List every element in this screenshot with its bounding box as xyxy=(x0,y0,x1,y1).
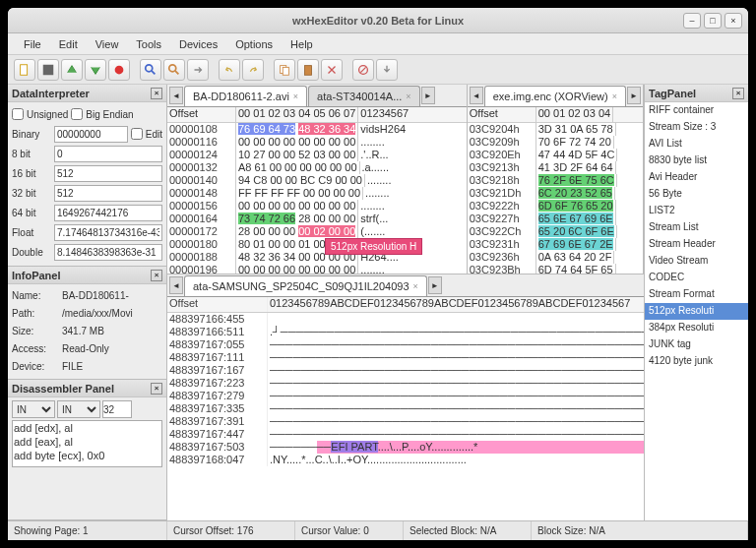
disasm-type-select[interactable]: IN xyxy=(12,400,55,418)
panel-title: DataInterpreter xyxy=(12,88,90,99)
tag-item[interactable]: Stream Header xyxy=(645,236,748,253)
panel-close-icon[interactable]: × xyxy=(151,270,162,281)
delete-icon[interactable] xyxy=(352,59,374,81)
tab-file-exe[interactable]: exe.img.enc (XORView)× xyxy=(484,86,626,106)
hex-pane-2: ◄ exe.img.enc (XORView)× ► Offset 00 01 … xyxy=(468,85,644,274)
tab-close-icon[interactable]: × xyxy=(406,91,410,101)
status-value: Cursor Value: 0 xyxy=(295,521,404,540)
tag-item[interactable]: Stream Size : 3 xyxy=(645,119,748,136)
tab-next-icon[interactable]: ► xyxy=(428,276,442,294)
cut-icon[interactable] xyxy=(321,59,343,81)
tab-file-samsung[interactable]: ata-SAMSUNG_SP2504C_S09QJ1IL204093× xyxy=(184,275,427,296)
tab-next-icon[interactable]: ► xyxy=(421,87,435,104)
edit-checkbox[interactable] xyxy=(131,128,143,140)
copy-icon[interactable] xyxy=(274,59,295,81)
new-file-icon[interactable] xyxy=(14,59,35,81)
status-blocksize: Block Size: N/A xyxy=(532,521,748,540)
menu-view[interactable]: View xyxy=(88,36,127,52)
disasm-bits-input[interactable] xyxy=(102,400,132,418)
tag-item[interactable]: JUNK tag xyxy=(645,336,748,353)
panel-close-icon[interactable]: × xyxy=(151,88,162,99)
16bit-input[interactable] xyxy=(54,165,162,182)
paste-icon[interactable] xyxy=(297,59,319,81)
disasm-list[interactable]: add [edx], al add [eax], al add byte [ec… xyxy=(12,420,162,467)
tab-close-icon[interactable]: × xyxy=(612,91,617,101)
status-block: Selected Block: N/A xyxy=(404,521,532,540)
insert-icon[interactable] xyxy=(376,59,398,81)
menu-devices[interactable]: Devices xyxy=(171,36,225,52)
status-cursor: Cursor Offset: 176 xyxy=(167,521,295,540)
titlebar[interactable]: wxHexEditor v0.20 Beta for Linux – □ × xyxy=(8,8,748,33)
redo-icon[interactable] xyxy=(242,59,264,81)
window-title: wxHexEditor v0.20 Beta for Linux xyxy=(292,15,464,27)
tag-item[interactable]: Stream List xyxy=(645,219,748,236)
menu-options[interactable]: Options xyxy=(227,36,281,52)
panel-close-icon[interactable]: × xyxy=(151,383,162,395)
binary-input[interactable] xyxy=(54,126,128,143)
tab-file-ata[interactable]: ata-ST340014A...× xyxy=(308,86,420,106)
panel-title: TagPanel xyxy=(649,88,696,99)
undo-icon[interactable] xyxy=(219,59,240,81)
replace-icon[interactable] xyxy=(163,59,185,81)
offset-header: Offset xyxy=(468,107,536,122)
maximize-button[interactable]: □ xyxy=(704,13,722,29)
tab-close-icon[interactable]: × xyxy=(413,281,418,291)
minimize-button[interactable]: – xyxy=(683,13,701,29)
tab-prev-icon[interactable]: ◄ xyxy=(470,87,483,104)
status-page: Showing Page: 1 xyxy=(8,521,167,540)
tag-item[interactable]: Avi Header xyxy=(645,169,748,186)
ascii-header: 0123456789ABCDEF0123456789ABCDEF01234567… xyxy=(268,297,632,312)
unsigned-checkbox[interactable] xyxy=(12,108,24,120)
offset-header: Offset xyxy=(167,297,268,312)
search-icon[interactable] xyxy=(140,59,161,81)
tag-item[interactable]: 8830 byte list xyxy=(645,152,748,169)
svg-line-4 xyxy=(152,70,156,74)
tag-item[interactable]: 512px Resoluti xyxy=(645,303,748,320)
menu-edit[interactable]: Edit xyxy=(51,36,86,52)
record-icon[interactable] xyxy=(108,59,130,81)
tag-item[interactable]: RIFF container xyxy=(645,102,748,119)
tag-item[interactable]: 56 Byte xyxy=(645,186,748,203)
bytes-header: 00 01 02 03 04 05 06 07 xyxy=(236,107,358,122)
save-icon[interactable] xyxy=(37,59,59,81)
statusbar: Showing Page: 1 Cursor Offset: 176 Curso… xyxy=(8,520,748,540)
save-as-icon[interactable] xyxy=(85,59,106,81)
close-button[interactable]: × xyxy=(724,13,742,29)
tag-item[interactable]: 384px Resoluti xyxy=(645,320,748,336)
tag-item[interactable]: AVI List xyxy=(645,136,748,152)
hex-grid[interactable]: 0000010876 69 64 73 48 32 36 34vidsH2640… xyxy=(167,123,467,274)
tab-next-icon[interactable]: ► xyxy=(627,87,641,104)
tab-file-avi[interactable]: BA-DD180611-2.avi× xyxy=(184,86,307,106)
bigendian-checkbox[interactable] xyxy=(71,108,83,120)
goto-icon[interactable] xyxy=(187,59,209,81)
tab-prev-icon[interactable]: ◄ xyxy=(169,87,183,104)
disasm-vendor-select[interactable]: IN xyxy=(57,400,100,418)
svg-point-3 xyxy=(146,64,153,71)
32bit-input[interactable] xyxy=(54,185,162,202)
tab-close-icon[interactable]: × xyxy=(293,91,298,101)
tag-item[interactable]: LIST2 xyxy=(645,203,748,219)
menu-tools[interactable]: Tools xyxy=(128,36,169,52)
64bit-input[interactable] xyxy=(54,205,162,221)
offset-header: Offset xyxy=(167,107,236,122)
double-input[interactable] xyxy=(54,244,162,261)
svg-rect-1 xyxy=(43,64,54,75)
tab-prev-icon[interactable]: ◄ xyxy=(169,276,183,294)
hex-grid[interactable]: 488397166:455488397166:511.┘────────────… xyxy=(167,313,644,520)
hex-pane-1: ◄ BA-DD180611-2.avi× ata-ST340014A...× ►… xyxy=(167,85,468,274)
tag-item[interactable]: 4120 byte junk xyxy=(645,353,748,370)
svg-line-11 xyxy=(360,67,365,72)
float-input[interactable] xyxy=(54,224,162,241)
disassembler-panel: Disassembler Panel× IN IN add [edx], al … xyxy=(8,380,166,520)
tag-item[interactable]: Video Stream xyxy=(645,253,748,270)
menu-help[interactable]: Help xyxy=(283,36,321,52)
panel-close-icon[interactable]: × xyxy=(732,88,744,99)
svg-rect-0 xyxy=(21,64,28,75)
tag-item[interactable]: Stream Format xyxy=(645,286,748,303)
open-icon[interactable] xyxy=(61,59,83,81)
menu-file[interactable]: File xyxy=(16,36,49,52)
tag-list[interactable]: RIFF containerStream Size : 3AVI List883… xyxy=(645,102,748,520)
tag-item[interactable]: CODEC xyxy=(645,270,748,286)
8bit-input[interactable] xyxy=(54,146,162,162)
hex-grid[interactable]: 03C9204h3D 31 0A 65 7803C9209h70 6F 72 7… xyxy=(468,123,643,274)
